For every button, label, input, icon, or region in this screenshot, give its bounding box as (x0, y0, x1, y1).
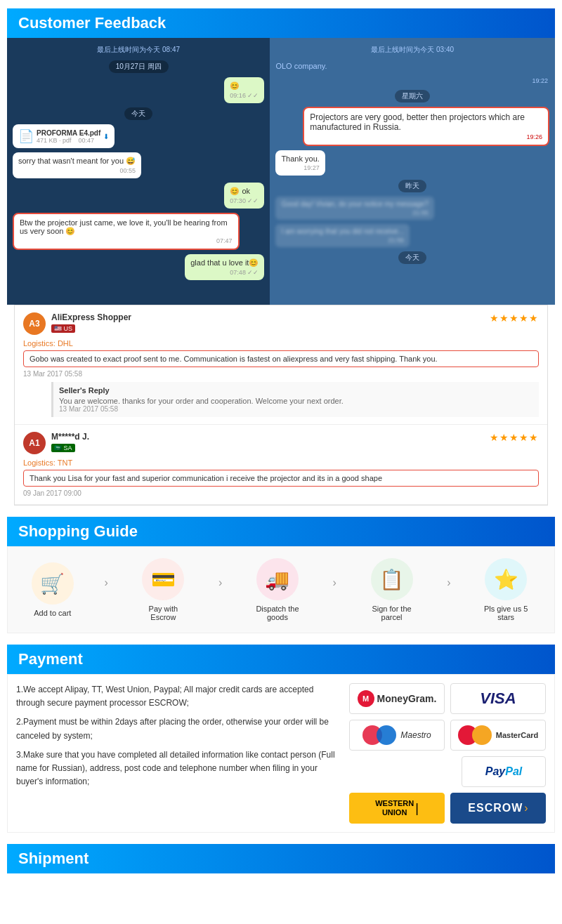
reviewer-name-2: M*****d J. (51, 432, 484, 442)
review-item-1: A3 AliExpress Shopper 🇺🇸 US ★★★★★ Logist… (15, 305, 547, 425)
payment-content: 1.We accept Alipay, TT, West Union, Payp… (7, 674, 555, 833)
step-icon-sign: 📋 (371, 558, 413, 600)
maestro-logo: Maestro (349, 720, 445, 751)
chat-msg-glad: glad that u love it😊 07:48 ✓✓ (185, 254, 264, 280)
chat-panel-right: 最后上线时间为今天 03:40 OLO company. 19:22 星期六 P… (270, 38, 555, 305)
seller-reply-text-1: You are welcome. thanks for your order a… (59, 397, 533, 405)
step-dispatch-goods: 🚚 Dispatch the goods (253, 558, 302, 621)
seller-reply-date-1: 13 Mar 2017 05:58 (59, 405, 533, 413)
paypal-text-pal: Pal (505, 765, 522, 778)
step-label-3: Dispatch the goods (253, 605, 302, 621)
paypal-text: Pay (485, 765, 505, 778)
mastercard-circle-orange (472, 725, 492, 745)
shopping-guide-header: Shopping Guide (7, 517, 555, 546)
chat-msg-projectors-good: Projectors are very good, better then pr… (303, 107, 549, 146)
step-add-to-cart: 🛒 Add to cart (32, 562, 74, 617)
chat-today-right: 今天 (398, 251, 426, 264)
seller-reply-1: Seller's Reply You are welcome. thanks f… (51, 382, 539, 417)
shipment-header: Shipment (7, 844, 555, 873)
escrow-logo: ESCROW › (450, 793, 546, 824)
step-icon-cart: 🛒 (32, 562, 74, 605)
chat-time-right: 19:22 (275, 76, 549, 86)
step-icon-escrow: 💳 (142, 558, 184, 600)
chat-msg-ok: 😊 ok 07:30 ✓✓ (224, 183, 264, 209)
chat-weekday-right: 星期六 (395, 90, 430, 103)
step-sign-parcel: 📋 Sign for the parcel (367, 558, 417, 621)
chat-msg-thank-you: Thank you. 19:27 (275, 150, 325, 176)
payment-text-container: 1.We accept Alipay, TT, West Union, Payp… (16, 683, 338, 824)
chat-msg-masked-1: Good day! Vivian, do your notice my mess… (275, 197, 433, 220)
reviewer-avatar-2: A1 (23, 432, 46, 454)
shopping-guide-section: Shopping Guide 🛒 Add to cart › 💳 Pay wit… (7, 517, 555, 633)
moneygram-text: MoneyGram. (377, 693, 437, 704)
review-text-2: Thank you Lisa for your fast and superio… (23, 470, 539, 487)
western-union-logo: WESTERNUNION | (349, 793, 445, 824)
logistics-1: Logistics: DHL (23, 339, 539, 348)
flag-sa: 🇸🇦 SA (51, 444, 75, 452)
step-icon-dispatch: 🚚 (256, 558, 299, 600)
payment-text-3: 3.Make sure that you have completed all … (16, 748, 338, 789)
moneygram-icon: M (358, 690, 374, 707)
chat-company: OLO company. (275, 60, 549, 72)
step-label-1: Add to cart (34, 609, 71, 617)
visa-text: VISA (480, 689, 516, 708)
customer-feedback-title: Customer Feedback (18, 14, 166, 32)
payment-logos-container: M MoneyGram. VISA Maestro (349, 683, 546, 824)
review-text-1: Gobo was created to exact proof sent to … (23, 350, 539, 367)
step-five-stars: ⭐ Pls give us 5 stars (481, 558, 530, 621)
review-stars-2: ★★★★★ (490, 432, 539, 443)
western-union-divider: | (415, 801, 419, 816)
step-icon-stars: ⭐ (485, 558, 527, 600)
pdf-icon: 📄 (18, 128, 34, 144)
escrow-arrow-icon: › (524, 802, 528, 814)
western-union-text: WESTERNUNION (375, 799, 414, 817)
review-header-2: A1 M*****d J. 🇸🇦 SA ★★★★★ (23, 432, 539, 454)
escrow-text: ESCROW (468, 802, 523, 814)
step-label-4: Sign for the parcel (367, 605, 417, 621)
download-icon: ⬇ (103, 133, 109, 140)
paypal-logo: PayPal (462, 756, 546, 787)
review-date-1: 13 Mar 2017 05:58 (23, 370, 539, 378)
chat-file: 📄 PROFORMA E4.pdf 471 KB · pdf 00:47 ⬇ (13, 124, 115, 148)
mastercard-text: MasterCard (496, 731, 539, 739)
chat-panel-left: 最后上线时间为今天 08:47 10月27日 周四 😊 09:16 ✓✓ 今天 … (7, 38, 270, 305)
visa-logo: VISA (450, 683, 546, 714)
reviewer-info-2: M*****d J. 🇸🇦 SA (51, 432, 484, 452)
step-label-2: Pay with Escrow (138, 605, 188, 621)
chat-message-emoji: 😊 09:16 ✓✓ (224, 77, 264, 103)
chat-today-left: 今天 (124, 107, 152, 120)
flag-us: 🇺🇸 US (51, 324, 75, 333)
chat-header-right: 最后上线时间为今天 03:40 (275, 44, 549, 56)
arrow-2: › (218, 576, 222, 589)
logistics-2: Logistics: TNT (23, 458, 539, 467)
shipment-title: Shipment (18, 850, 89, 867)
payment-header: Payment (7, 645, 555, 674)
payment-section: Payment 1.We accept Alipay, TT, West Uni… (7, 645, 555, 833)
payment-text-2: 2.Payment must be within 2days after pla… (16, 715, 338, 742)
chat-msg-not-meant: sorry that wasn't meant for you 😅 00:55 (13, 152, 141, 178)
mastercard-logo: MasterCard (450, 720, 546, 751)
guide-steps-container: 🛒 Add to cart › 💳 Pay with Escrow › 🚚 Di… (7, 546, 555, 633)
reviewer-name-1: AliExpress Shopper (51, 312, 484, 322)
chat-yesterday: 昨天 (398, 180, 426, 192)
reviewer-info-1: AliExpress Shopper 🇺🇸 US (51, 312, 484, 333)
step-label-5: Pls give us 5 stars (481, 605, 530, 621)
maestro-circle-blue (377, 725, 396, 745)
arrow-1: › (104, 576, 107, 589)
step-pay-escrow: 💳 Pay with Escrow (138, 558, 188, 621)
arrow-3: › (333, 576, 336, 589)
chat-date-left: 10月27日 周四 (109, 60, 169, 73)
shopping-guide-title: Shopping Guide (18, 522, 138, 540)
review-item-2: A1 M*****d J. 🇸🇦 SA ★★★★★ Logistics: TNT… (15, 425, 547, 505)
reviewer-avatar-1: A3 (23, 312, 46, 335)
arrow-4: › (447, 576, 450, 589)
chat-msg-masked-2: I am worrying that you did not receive..… (275, 224, 410, 247)
customer-feedback-section: Customer Feedback 最后上线时间为今天 08:47 10月27日… (7, 8, 555, 506)
chat-header-left: 最后上线时间为今天 08:47 (13, 44, 264, 56)
payment-text-1: 1.We accept Alipay, TT, West Union, Payp… (16, 683, 338, 710)
review-header-1: A3 AliExpress Shopper 🇺🇸 US ★★★★★ (23, 312, 539, 335)
review-date-2: 09 Jan 2017 09:00 (23, 489, 539, 497)
chat-msg-projector-arrived: Btw the projector just came, we love it,… (13, 213, 240, 250)
reviews-container: A3 AliExpress Shopper 🇺🇸 US ★★★★★ Logist… (14, 305, 548, 506)
moneygram-logo: M MoneyGram. (349, 683, 445, 714)
